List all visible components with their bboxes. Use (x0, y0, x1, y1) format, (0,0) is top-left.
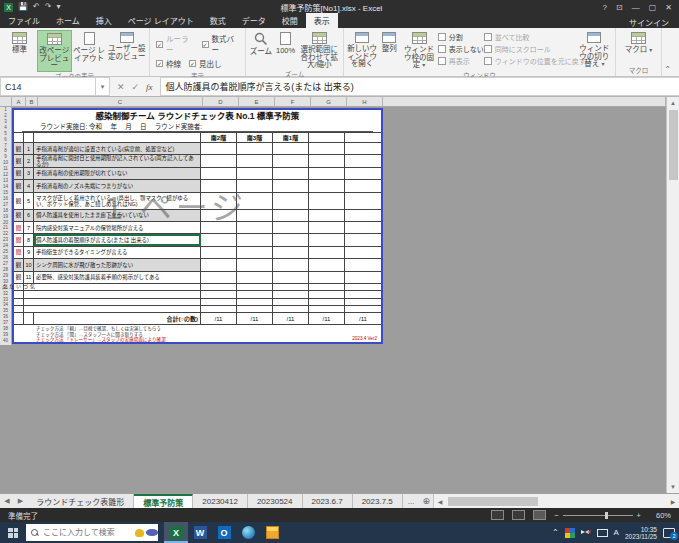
hidden-icons-chevron-icon[interactable]: ⌃ (552, 528, 559, 537)
item-text-cell[interactable]: 手指衛生ができるタイミングが言える (34, 247, 201, 258)
gridlines-checkbox[interactable]: ✓ 枠線 (156, 58, 181, 69)
muted-speaker-icon[interactable]: ✕ (581, 528, 591, 537)
page-break-status-button[interactable] (533, 510, 546, 520)
taskbar-edge-button[interactable] (236, 522, 260, 543)
formula-bar-checkbox[interactable]: ✓ 数式バー (202, 33, 240, 55)
sheet-tab-2023-7-5[interactable]: 2023.7.5 (353, 494, 403, 508)
start-button[interactable] (0, 522, 26, 543)
tab-formulas[interactable]: 数式 (202, 13, 234, 28)
headings-checkbox[interactable]: ✓ 見出し (189, 58, 222, 69)
hide-button[interactable]: 表示しない (438, 44, 484, 54)
notice-row[interactable] (14, 306, 381, 313)
reset-window-position-button[interactable]: ウィンドウの位置を元に戻す (484, 56, 576, 66)
normal-view-status-button[interactable] (491, 510, 504, 520)
scroll-up-icon[interactable]: ▲ (667, 97, 679, 109)
column-header-h[interactable]: H (347, 97, 383, 106)
name-box-dropdown-icon[interactable]: ▾ (96, 77, 110, 96)
collapse-ribbon-button[interactable]: ⌃ (664, 65, 671, 74)
sheet-nav-left-icon[interactable]: ◀ (0, 494, 14, 508)
sheet-tab-20230412[interactable]: 20230412 (193, 494, 248, 508)
checklist-row-8[interactable]: 聞 8 個人防護具の着脱順序が言える(または 出来る) (14, 234, 381, 246)
horizontal-scroll-thumb[interactable] (448, 497, 538, 506)
worksheet-area[interactable]: A B C D E F G H 123456789101112131415161… (0, 97, 679, 493)
zoom-in-icon[interactable]: + (637, 511, 641, 520)
scroll-left-icon[interactable]: ◀ (434, 498, 446, 505)
help-button[interactable]: ? (603, 3, 607, 12)
custom-views-button[interactable]: ユーザー設定のビュー (106, 30, 147, 61)
item-text-cell[interactable]: 個人防護具を使用したまま廊下を歩いていない (34, 210, 201, 221)
column-header-a[interactable]: A (12, 97, 26, 106)
total-cell[interactable]: /11 (309, 313, 345, 324)
column-headers[interactable]: A B C D E F G H (0, 97, 666, 107)
zoom-percentage[interactable]: 60% (649, 511, 671, 520)
close-button[interactable]: ✕ (665, 3, 672, 12)
item-text-cell[interactable]: 手指消毒剤の使用期限が切れていない (34, 168, 201, 179)
view-side-by-side-button[interactable]: 並べて比較 (484, 32, 576, 42)
column-header-b[interactable]: B (26, 97, 38, 106)
taskbar-outlook-button[interactable]: O (212, 522, 236, 543)
page-layout-status-button[interactable] (512, 510, 525, 520)
item-text-cell[interactable]: 必要時、感染対策防護具装着手順の掲示がしてある (34, 272, 201, 283)
item-text-cell[interactable]: 手指消毒剤が適切に設置されている(病室前、処置室など) (34, 143, 201, 154)
zoom-100-button[interactable]: 100% (274, 30, 298, 56)
total-row[interactable]: 合計(○の数) /11 /11 /11 /11 /11 (14, 313, 381, 325)
checklist-row-1[interactable]: 観 1 手指消毒剤が適切に設置されている(病室前、処置室など) (14, 143, 381, 155)
column-header-d[interactable]: D (203, 97, 239, 106)
tab-review[interactable]: 校閲 (274, 13, 306, 28)
item-text-cell[interactable]: 院内感染対策マニュアルの保管場所が言える (34, 222, 201, 233)
checklist-row-4[interactable]: 観 4 手指消毒剤のノズル先端につまりがない (14, 180, 381, 192)
page-layout-view-button[interactable]: ページ レイアウト (72, 30, 107, 63)
split-button[interactable]: 分割 (438, 32, 484, 42)
tray-app-icon[interactable] (565, 528, 575, 538)
total-cell[interactable]: /11 (345, 313, 381, 324)
checklist-row-3[interactable]: 観 3 手指消毒剤の使用期限が切れていない (14, 168, 381, 180)
sheet-tab-20230524[interactable]: 20230524 (248, 494, 303, 508)
name-box[interactable] (0, 77, 96, 96)
column-header-g[interactable]: G (311, 97, 347, 106)
column-header-f[interactable]: F (275, 97, 311, 106)
display-icon[interactable] (597, 529, 608, 537)
taskbar-clock[interactable]: 10:35 2023/11/25 (625, 526, 657, 540)
zoom-slider[interactable]: − + (554, 511, 641, 520)
checklist-row-7[interactable]: 聞 7 院内感染対策マニュアルの保管場所が言える (14, 222, 381, 234)
horizontal-scrollbar[interactable]: ◀ ▶ (433, 494, 679, 508)
sheet-nav-right-icon[interactable]: ▶ (14, 494, 28, 508)
row-numbers[interactable]: 1234567891011121314151617181920212223242… (0, 107, 12, 345)
tab-view[interactable]: 表示 (306, 13, 338, 28)
formula-input[interactable]: 個人防護具の着脱順序が言える(または 出来る) (160, 77, 679, 96)
notice-row[interactable] (14, 299, 381, 306)
new-window-button[interactable]: 新しいウィンドウを開く (346, 30, 378, 69)
checklist-row-10[interactable]: 観 10 シンク周囲に水が飛び散った形跡がない (14, 259, 381, 271)
tab-file[interactable]: ファイル (0, 13, 48, 28)
switch-windows-button[interactable]: ウィンドウの切り替え ▾ (576, 30, 613, 70)
checklist-row-9[interactable]: 聞 9 手指衛生ができるタイミングが言える (14, 247, 381, 259)
taskbar-word-button[interactable]: W (188, 522, 212, 543)
zoom-out-icon[interactable]: − (554, 511, 558, 520)
action-center-icon[interactable]: 2 (663, 528, 675, 538)
item-text-cell[interactable]: 手指消毒剤のノズル先端につまりがない (34, 180, 201, 191)
notice-row[interactable] (14, 291, 381, 298)
tab-page-layout[interactable]: ページ レイアウト (120, 13, 202, 28)
insert-function-icon[interactable]: fx (146, 82, 153, 92)
checklist-row-2[interactable]: 観 2 手指消毒剤に開封日と使用期限が記入されている(両方記入してあるか) (14, 155, 381, 167)
ruler-checkbox[interactable]: ✓ ルーラー (156, 33, 194, 55)
restore-button[interactable]: ▢ (649, 3, 657, 12)
item-text-cell[interactable]: マスクが正しく着用されている。(鼻出し、顎マスク、紐がゆるい、ポケット保管、あご… (34, 193, 201, 209)
zoom-to-selection-button[interactable]: 選択範囲に合わせて拡大/縮小 (297, 30, 341, 70)
column-header-e[interactable]: E (239, 97, 275, 106)
checklist-row-5[interactable]: 観 5 マスクが正しく着用されている。(鼻出し、顎マスク、紐がゆるい、ポケット保… (14, 193, 381, 210)
sheet-tab-standard-precautions[interactable]: 標準予防策 (134, 494, 193, 508)
vertical-scrollbar[interactable]: ▲ ▼ (666, 97, 679, 493)
confirm-entry-icon[interactable]: ✓ (132, 82, 140, 92)
taskbar-search[interactable] (26, 524, 158, 541)
column-header-c[interactable]: C (38, 97, 203, 106)
taskbar-excel-button[interactable]: X (164, 522, 188, 543)
redo-button[interactable]: ↷ (45, 3, 52, 11)
selected-cell-c14[interactable]: 個人防護具の着脱順序が言える(または 出来る) (34, 234, 201, 245)
macros-button[interactable]: マクロ ▾ (622, 30, 656, 56)
zoom-button[interactable]: ズーム (248, 30, 274, 57)
scroll-right-icon[interactable]: ▶ (667, 498, 679, 505)
total-cell[interactable]: /11 (201, 313, 237, 324)
sheet-tab-overflow[interactable]: ... (403, 494, 420, 508)
zoom-slider-thumb[interactable] (605, 512, 608, 519)
